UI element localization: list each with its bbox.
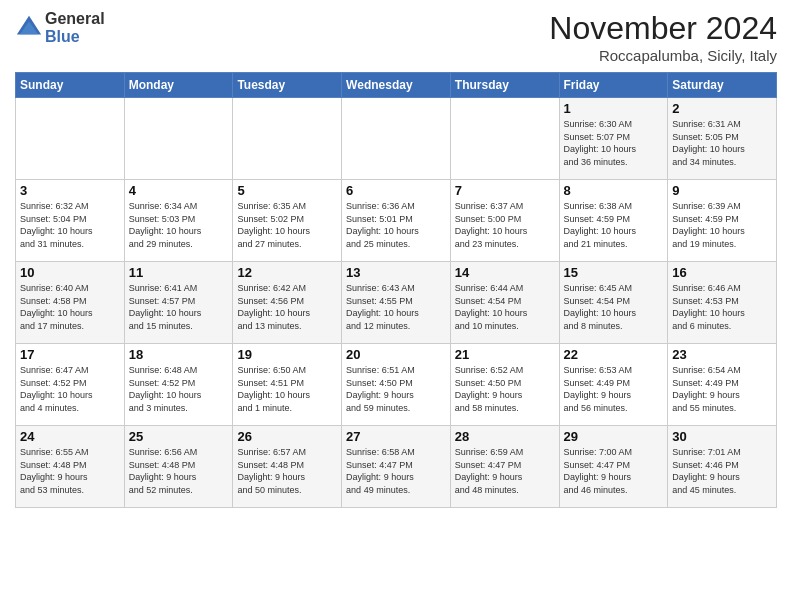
day-number: 19: [237, 347, 337, 362]
day-number: 18: [129, 347, 229, 362]
day-number: 28: [455, 429, 555, 444]
day-info: Sunrise: 6:45 AM Sunset: 4:54 PM Dayligh…: [564, 282, 664, 332]
day-number: 20: [346, 347, 446, 362]
day-info: Sunrise: 6:40 AM Sunset: 4:58 PM Dayligh…: [20, 282, 120, 332]
day-number: 27: [346, 429, 446, 444]
calendar-cell: 19Sunrise: 6:50 AM Sunset: 4:51 PM Dayli…: [233, 344, 342, 426]
calendar-cell: 22Sunrise: 6:53 AM Sunset: 4:49 PM Dayli…: [559, 344, 668, 426]
calendar-cell: 17Sunrise: 6:47 AM Sunset: 4:52 PM Dayli…: [16, 344, 125, 426]
calendar-week-3: 10Sunrise: 6:40 AM Sunset: 4:58 PM Dayli…: [16, 262, 777, 344]
day-info: Sunrise: 6:42 AM Sunset: 4:56 PM Dayligh…: [237, 282, 337, 332]
calendar-cell: 11Sunrise: 6:41 AM Sunset: 4:57 PM Dayli…: [124, 262, 233, 344]
calendar-cell: 7Sunrise: 6:37 AM Sunset: 5:00 PM Daylig…: [450, 180, 559, 262]
day-number: 5: [237, 183, 337, 198]
day-info: Sunrise: 6:51 AM Sunset: 4:50 PM Dayligh…: [346, 364, 446, 414]
day-info: Sunrise: 6:38 AM Sunset: 4:59 PM Dayligh…: [564, 200, 664, 250]
day-number: 2: [672, 101, 772, 116]
calendar-cell: 15Sunrise: 6:45 AM Sunset: 4:54 PM Dayli…: [559, 262, 668, 344]
calendar-cell: 24Sunrise: 6:55 AM Sunset: 4:48 PM Dayli…: [16, 426, 125, 508]
day-number: 1: [564, 101, 664, 116]
day-info: Sunrise: 6:48 AM Sunset: 4:52 PM Dayligh…: [129, 364, 229, 414]
day-number: 26: [237, 429, 337, 444]
calendar-table: Sunday Monday Tuesday Wednesday Thursday…: [15, 72, 777, 508]
calendar-header: Sunday Monday Tuesday Wednesday Thursday…: [16, 73, 777, 98]
day-number: 11: [129, 265, 229, 280]
calendar-cell: 23Sunrise: 6:54 AM Sunset: 4:49 PM Dayli…: [668, 344, 777, 426]
logo-general-text: General: [45, 10, 105, 28]
day-number: 21: [455, 347, 555, 362]
calendar-cell: 2Sunrise: 6:31 AM Sunset: 5:05 PM Daylig…: [668, 98, 777, 180]
day-info: Sunrise: 6:35 AM Sunset: 5:02 PM Dayligh…: [237, 200, 337, 250]
col-thursday: Thursday: [450, 73, 559, 98]
day-info: Sunrise: 6:55 AM Sunset: 4:48 PM Dayligh…: [20, 446, 120, 496]
day-number: 17: [20, 347, 120, 362]
calendar-cell: 30Sunrise: 7:01 AM Sunset: 4:46 PM Dayli…: [668, 426, 777, 508]
calendar-cell: 3Sunrise: 6:32 AM Sunset: 5:04 PM Daylig…: [16, 180, 125, 262]
day-number: 14: [455, 265, 555, 280]
calendar-cell: 8Sunrise: 6:38 AM Sunset: 4:59 PM Daylig…: [559, 180, 668, 262]
col-tuesday: Tuesday: [233, 73, 342, 98]
header-row: Sunday Monday Tuesday Wednesday Thursday…: [16, 73, 777, 98]
day-info: Sunrise: 6:52 AM Sunset: 4:50 PM Dayligh…: [455, 364, 555, 414]
calendar-cell: 18Sunrise: 6:48 AM Sunset: 4:52 PM Dayli…: [124, 344, 233, 426]
day-number: 24: [20, 429, 120, 444]
day-info: Sunrise: 6:41 AM Sunset: 4:57 PM Dayligh…: [129, 282, 229, 332]
col-monday: Monday: [124, 73, 233, 98]
calendar-cell: [450, 98, 559, 180]
calendar-cell: 20Sunrise: 6:51 AM Sunset: 4:50 PM Dayli…: [342, 344, 451, 426]
col-wednesday: Wednesday: [342, 73, 451, 98]
page-container: General Blue November 2024 Roccapalumba,…: [0, 0, 792, 518]
calendar-body: 1Sunrise: 6:30 AM Sunset: 5:07 PM Daylig…: [16, 98, 777, 508]
page-header: General Blue November 2024 Roccapalumba,…: [15, 10, 777, 64]
calendar-week-5: 24Sunrise: 6:55 AM Sunset: 4:48 PM Dayli…: [16, 426, 777, 508]
calendar-cell: [124, 98, 233, 180]
logo: General Blue: [15, 10, 105, 45]
day-info: Sunrise: 6:46 AM Sunset: 4:53 PM Dayligh…: [672, 282, 772, 332]
day-number: 22: [564, 347, 664, 362]
logo-text: General Blue: [45, 10, 105, 45]
calendar-cell: 9Sunrise: 6:39 AM Sunset: 4:59 PM Daylig…: [668, 180, 777, 262]
calendar-cell: [233, 98, 342, 180]
calendar-cell: 14Sunrise: 6:44 AM Sunset: 4:54 PM Dayli…: [450, 262, 559, 344]
day-number: 29: [564, 429, 664, 444]
day-number: 7: [455, 183, 555, 198]
calendar-cell: 26Sunrise: 6:57 AM Sunset: 4:48 PM Dayli…: [233, 426, 342, 508]
calendar-cell: 6Sunrise: 6:36 AM Sunset: 5:01 PM Daylig…: [342, 180, 451, 262]
title-block: November 2024 Roccapalumba, Sicily, Ital…: [549, 10, 777, 64]
calendar-cell: 25Sunrise: 6:56 AM Sunset: 4:48 PM Dayli…: [124, 426, 233, 508]
day-info: Sunrise: 6:44 AM Sunset: 4:54 PM Dayligh…: [455, 282, 555, 332]
location-subtitle: Roccapalumba, Sicily, Italy: [549, 47, 777, 64]
calendar-cell: 13Sunrise: 6:43 AM Sunset: 4:55 PM Dayli…: [342, 262, 451, 344]
day-info: Sunrise: 6:37 AM Sunset: 5:00 PM Dayligh…: [455, 200, 555, 250]
day-number: 25: [129, 429, 229, 444]
day-info: Sunrise: 6:59 AM Sunset: 4:47 PM Dayligh…: [455, 446, 555, 496]
day-info: Sunrise: 6:34 AM Sunset: 5:03 PM Dayligh…: [129, 200, 229, 250]
day-info: Sunrise: 6:39 AM Sunset: 4:59 PM Dayligh…: [672, 200, 772, 250]
col-saturday: Saturday: [668, 73, 777, 98]
day-info: Sunrise: 6:43 AM Sunset: 4:55 PM Dayligh…: [346, 282, 446, 332]
day-info: Sunrise: 7:01 AM Sunset: 4:46 PM Dayligh…: [672, 446, 772, 496]
day-number: 30: [672, 429, 772, 444]
day-info: Sunrise: 6:32 AM Sunset: 5:04 PM Dayligh…: [20, 200, 120, 250]
day-info: Sunrise: 6:56 AM Sunset: 4:48 PM Dayligh…: [129, 446, 229, 496]
calendar-cell: 27Sunrise: 6:58 AM Sunset: 4:47 PM Dayli…: [342, 426, 451, 508]
calendar-cell: [342, 98, 451, 180]
col-sunday: Sunday: [16, 73, 125, 98]
calendar-cell: 12Sunrise: 6:42 AM Sunset: 4:56 PM Dayli…: [233, 262, 342, 344]
day-info: Sunrise: 6:30 AM Sunset: 5:07 PM Dayligh…: [564, 118, 664, 168]
day-number: 6: [346, 183, 446, 198]
day-info: Sunrise: 6:31 AM Sunset: 5:05 PM Dayligh…: [672, 118, 772, 168]
day-number: 16: [672, 265, 772, 280]
month-title: November 2024: [549, 10, 777, 47]
calendar-week-2: 3Sunrise: 6:32 AM Sunset: 5:04 PM Daylig…: [16, 180, 777, 262]
day-info: Sunrise: 6:50 AM Sunset: 4:51 PM Dayligh…: [237, 364, 337, 414]
day-info: Sunrise: 6:54 AM Sunset: 4:49 PM Dayligh…: [672, 364, 772, 414]
day-number: 23: [672, 347, 772, 362]
calendar-cell: 4Sunrise: 6:34 AM Sunset: 5:03 PM Daylig…: [124, 180, 233, 262]
calendar-cell: 5Sunrise: 6:35 AM Sunset: 5:02 PM Daylig…: [233, 180, 342, 262]
day-number: 4: [129, 183, 229, 198]
logo-icon: [15, 14, 43, 42]
calendar-cell: 29Sunrise: 7:00 AM Sunset: 4:47 PM Dayli…: [559, 426, 668, 508]
calendar-cell: 21Sunrise: 6:52 AM Sunset: 4:50 PM Dayli…: [450, 344, 559, 426]
day-number: 13: [346, 265, 446, 280]
